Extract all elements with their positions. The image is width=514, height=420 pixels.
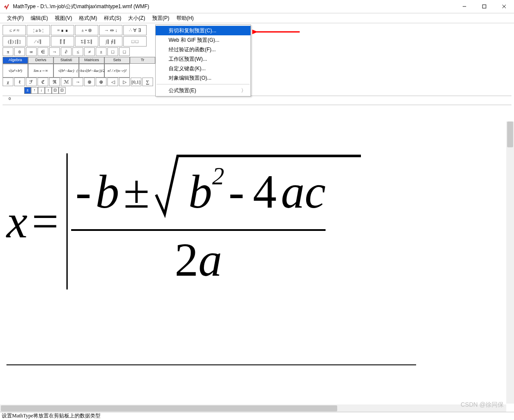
menubar: 文件(F) 编辑(E) 视图(V) 格式(M) 样式(S) 大小(Z) 预置(P… (0, 13, 514, 23)
menu-style[interactable]: 样式(S) (100, 14, 125, 23)
dd-workspace-preset[interactable]: 工作区预置(W)... (156, 54, 251, 64)
palette-relations[interactable]: ≤ ≠ ≈ (3, 25, 26, 35)
minimize-button[interactable] (454, 0, 474, 13)
palette-boxes[interactable]: □ □ (123, 36, 147, 47)
palette-operators[interactable]: ± • ⊗ (75, 25, 98, 35)
bottom-tab-5[interactable]: ⊡ (52, 87, 59, 94)
hscroll-thumb[interactable] (1, 405, 337, 411)
bottom-tab-1[interactable]: ± (24, 87, 31, 94)
dd-formula-preset[interactable]: 公式预置(E) 〉 (156, 86, 251, 95)
tpl-discrim[interactable]: √(b²−4ac) (53, 64, 79, 78)
sym-box2[interactable]: □ (119, 47, 130, 56)
palette-frac-rad[interactable]: ⁄ √∥ (27, 36, 50, 47)
maximize-button[interactable] (474, 0, 494, 13)
horizontal-scrollbar[interactable] (0, 404, 506, 412)
sym-ne[interactable]: ≠ (84, 47, 95, 56)
palette-arrows[interactable]: → ⇔ ↓ (99, 25, 122, 35)
close-button[interactable] (494, 0, 514, 13)
watermark: CSDN @徐同保 (461, 401, 504, 409)
palette-sums[interactable]: Σ∥ Σ∥ (75, 36, 98, 47)
tab-sets[interactable]: Sets (104, 57, 130, 64)
palette-integrals[interactable]: ∫∥ ∮∥ (99, 36, 122, 47)
sym-inf[interactable]: ∞ (26, 47, 37, 56)
greek-R[interactable]: ℜ (49, 78, 60, 86)
palette-bars[interactable]: ∥̄ ∥̄ (51, 36, 74, 47)
formula-fraction: - b ± b 2 - 4 a c 2 a (71, 159, 326, 283)
dd-object-edit-preset[interactable]: 对象编辑预置(O)... (156, 73, 251, 83)
tpl-combi[interactable]: n! / r!(n−r)! (104, 64, 130, 78)
rad-minus: - (224, 165, 249, 219)
dd-custom-keyboard[interactable]: 自定义键盘(K)... (156, 64, 251, 73)
greek-rtri[interactable]: ▷ (119, 78, 130, 86)
greek-l[interactable]: ℓ (14, 78, 25, 86)
greek-F[interactable]: ℱ (26, 78, 37, 86)
greek-C[interactable]: ℭ (38, 78, 48, 86)
preset-dropdown: 剪切和复制预置(C)... Web 和 GIF 预置(G)... 经过验证的函数… (155, 25, 251, 96)
palette-spaces[interactable]: ¦ a b ¦ (27, 25, 50, 35)
greek-ltri[interactable]: ◁ (107, 78, 118, 86)
file-path: D:\..\m-job\公式\mathjax\mathtype1.wmf (WM… (40, 3, 149, 9)
formula[interactable]: x = - b ± b 2 - 4 a c (6, 153, 326, 289)
menu-size[interactable]: 大小(Z) (125, 14, 148, 23)
radical-icon (154, 154, 188, 230)
sym-pm[interactable]: ± (96, 47, 107, 56)
sym-pi[interactable]: π (3, 47, 13, 56)
tab-algebra[interactable]: Algebra (3, 57, 28, 64)
tpl-pythag[interactable]: √(a²+b²) (3, 64, 28, 78)
num-minus: - (71, 165, 96, 219)
bottom-tab-4[interactable]: ↕ (45, 87, 52, 94)
greek-M[interactable]: ℳ (61, 78, 72, 86)
dd-formula-preset-label: 公式预置(E) (169, 87, 196, 93)
titlebar: MathType - D:\..\m-job\公式\mathjax\mathty… (0, 0, 514, 13)
dd-verified-funcs[interactable]: 经过验证的函数(F)... (156, 45, 251, 54)
menu-preset[interactable]: 预置(P) (149, 14, 173, 23)
rad-c: c (305, 165, 326, 219)
dd-cut-copy-preset[interactable]: 剪切和复制预置(C)... (156, 26, 251, 35)
bottom-tab-3[interactable]: ↓ (38, 87, 45, 94)
tab-derivs[interactable]: Derivs (28, 57, 53, 64)
menu-view[interactable]: 视图(V) (51, 14, 75, 23)
menu-help[interactable]: 帮助(H) (173, 14, 197, 23)
bottom-tab-2[interactable]: ↑ (31, 87, 38, 94)
den-2: 2 (175, 233, 198, 287)
menu-file[interactable]: 文件(F) (3, 14, 27, 23)
greek-sum[interactable]: ∑ (142, 78, 153, 86)
vertical-scrollbar[interactable] (506, 121, 514, 404)
app-icon (3, 3, 10, 10)
menu-edit[interactable]: 编辑(E) (27, 14, 51, 23)
num-pm: ± (119, 165, 154, 219)
tpl-limit[interactable]: lim x→∞ (28, 64, 53, 78)
status-bar: 设置MathType将放置在剪贴板上的数据类型 (0, 412, 514, 420)
sym-arrow[interactable]: → (49, 47, 60, 56)
sym-theta[interactable]: θ (14, 47, 25, 56)
greek-interval[interactable]: [0,1] (131, 78, 141, 86)
tab-trig[interactable]: Tr (130, 57, 155, 64)
tab-matrices[interactable]: Matrices (79, 57, 104, 64)
menu-format[interactable]: 格式(M) (75, 14, 100, 23)
palette-embellish[interactable]: ≡ ∎ ∎ (51, 25, 74, 35)
sym-box1[interactable]: □ (107, 47, 118, 56)
palette-logic[interactable]: ∴ ∀ ∃ (123, 25, 147, 35)
submenu-arrow-icon: 〉 (241, 86, 246, 95)
vscroll-thumb[interactable] (507, 121, 513, 147)
editor-canvas[interactable]: x = - b ± b 2 - 4 a c (0, 106, 514, 390)
rad-exp: 2 (212, 162, 224, 190)
greek-to[interactable]: → (72, 78, 83, 86)
rad-a: a (281, 165, 305, 219)
greek-chi[interactable]: χ (3, 78, 13, 86)
sym-le[interactable]: ≤ (72, 47, 83, 56)
dd-web-gif-preset[interactable]: Web 和 GIF 预置(G)... (156, 35, 251, 45)
sym-partial[interactable]: ∂ (61, 47, 72, 56)
formula-equals: = (28, 194, 63, 249)
baseline (6, 364, 416, 365)
greek-otimes[interactable]: ⊗ (84, 78, 95, 86)
greek-oplus[interactable]: ⊕ (96, 78, 107, 86)
sym-in[interactable]: ∈ (38, 47, 48, 56)
cursor (66, 153, 68, 289)
annotation-arrow (252, 27, 304, 38)
tab-stats[interactable]: Statisti (53, 57, 79, 64)
palette-fences[interactable]: (∥) [∥] (3, 36, 26, 47)
bottom-tab-6[interactable]: ⊡ (59, 87, 66, 94)
tpl-quad[interactable]: (−b±√(b²−4ac))/2a (79, 64, 104, 78)
num-b: b (96, 165, 119, 219)
